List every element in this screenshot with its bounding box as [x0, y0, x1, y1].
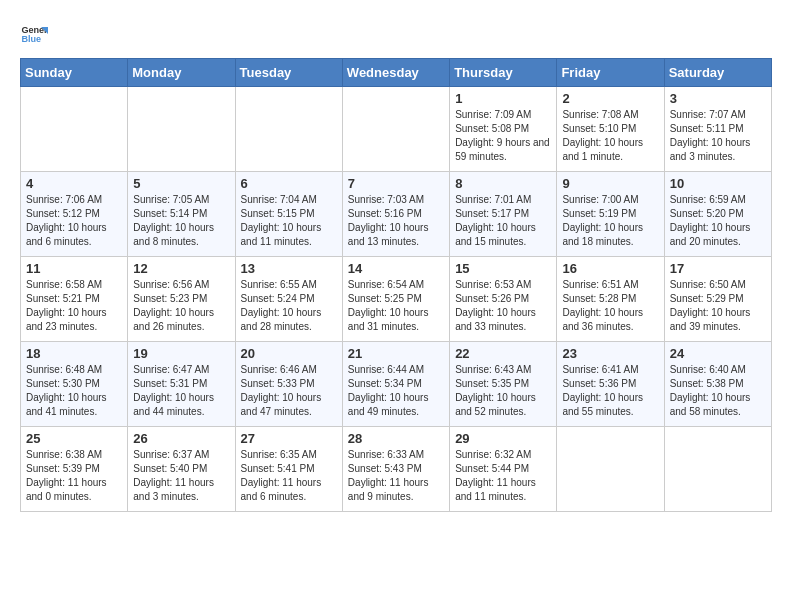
calendar-cell: 20Sunrise: 6:46 AMSunset: 5:33 PMDayligh…: [235, 342, 342, 427]
day-info: Sunrise: 6:47 AMSunset: 5:31 PMDaylight:…: [133, 363, 229, 419]
day-info: Sunrise: 7:04 AMSunset: 5:15 PMDaylight:…: [241, 193, 337, 249]
day-number: 18: [26, 346, 122, 361]
calendar-week-row: 1Sunrise: 7:09 AMSunset: 5:08 PMDaylight…: [21, 87, 772, 172]
calendar-week-row: 18Sunrise: 6:48 AMSunset: 5:30 PMDayligh…: [21, 342, 772, 427]
calendar-week-row: 25Sunrise: 6:38 AMSunset: 5:39 PMDayligh…: [21, 427, 772, 512]
day-number: 13: [241, 261, 337, 276]
day-info: Sunrise: 6:59 AMSunset: 5:20 PMDaylight:…: [670, 193, 766, 249]
calendar-cell: 15Sunrise: 6:53 AMSunset: 5:26 PMDayligh…: [450, 257, 557, 342]
svg-text:Blue: Blue: [21, 34, 41, 44]
day-info: Sunrise: 7:07 AMSunset: 5:11 PMDaylight:…: [670, 108, 766, 164]
day-info: Sunrise: 6:40 AMSunset: 5:38 PMDaylight:…: [670, 363, 766, 419]
calendar-cell: [664, 427, 771, 512]
calendar-cell: 8Sunrise: 7:01 AMSunset: 5:17 PMDaylight…: [450, 172, 557, 257]
calendar-cell: 12Sunrise: 6:56 AMSunset: 5:23 PMDayligh…: [128, 257, 235, 342]
weekday-header-friday: Friday: [557, 59, 664, 87]
calendar-cell: 9Sunrise: 7:00 AMSunset: 5:19 PMDaylight…: [557, 172, 664, 257]
calendar-cell: 29Sunrise: 6:32 AMSunset: 5:44 PMDayligh…: [450, 427, 557, 512]
day-info: Sunrise: 6:33 AMSunset: 5:43 PMDaylight:…: [348, 448, 444, 504]
day-number: 16: [562, 261, 658, 276]
day-info: Sunrise: 6:43 AMSunset: 5:35 PMDaylight:…: [455, 363, 551, 419]
day-number: 23: [562, 346, 658, 361]
day-number: 1: [455, 91, 551, 106]
day-info: Sunrise: 6:53 AMSunset: 5:26 PMDaylight:…: [455, 278, 551, 334]
calendar-cell: 24Sunrise: 6:40 AMSunset: 5:38 PMDayligh…: [664, 342, 771, 427]
day-number: 6: [241, 176, 337, 191]
calendar-cell: 22Sunrise: 6:43 AMSunset: 5:35 PMDayligh…: [450, 342, 557, 427]
calendar-cell: [128, 87, 235, 172]
calendar-cell: 10Sunrise: 6:59 AMSunset: 5:20 PMDayligh…: [664, 172, 771, 257]
calendar-cell: 17Sunrise: 6:50 AMSunset: 5:29 PMDayligh…: [664, 257, 771, 342]
day-info: Sunrise: 7:03 AMSunset: 5:16 PMDaylight:…: [348, 193, 444, 249]
day-number: 2: [562, 91, 658, 106]
calendar-week-row: 4Sunrise: 7:06 AMSunset: 5:12 PMDaylight…: [21, 172, 772, 257]
calendar-cell: [21, 87, 128, 172]
calendar-cell: 4Sunrise: 7:06 AMSunset: 5:12 PMDaylight…: [21, 172, 128, 257]
weekday-header-tuesday: Tuesday: [235, 59, 342, 87]
day-number: 27: [241, 431, 337, 446]
calendar-header-row: SundayMondayTuesdayWednesdayThursdayFrid…: [21, 59, 772, 87]
day-number: 5: [133, 176, 229, 191]
calendar-cell: 27Sunrise: 6:35 AMSunset: 5:41 PMDayligh…: [235, 427, 342, 512]
day-info: Sunrise: 6:50 AMSunset: 5:29 PMDaylight:…: [670, 278, 766, 334]
weekday-header-sunday: Sunday: [21, 59, 128, 87]
calendar-cell: 28Sunrise: 6:33 AMSunset: 5:43 PMDayligh…: [342, 427, 449, 512]
day-number: 19: [133, 346, 229, 361]
day-info: Sunrise: 6:54 AMSunset: 5:25 PMDaylight:…: [348, 278, 444, 334]
calendar-cell: 1Sunrise: 7:09 AMSunset: 5:08 PMDaylight…: [450, 87, 557, 172]
day-info: Sunrise: 6:35 AMSunset: 5:41 PMDaylight:…: [241, 448, 337, 504]
day-info: Sunrise: 7:08 AMSunset: 5:10 PMDaylight:…: [562, 108, 658, 164]
day-info: Sunrise: 7:09 AMSunset: 5:08 PMDaylight:…: [455, 108, 551, 164]
page-header: General Blue: [20, 20, 772, 48]
day-info: Sunrise: 6:55 AMSunset: 5:24 PMDaylight:…: [241, 278, 337, 334]
weekday-header-wednesday: Wednesday: [342, 59, 449, 87]
day-number: 22: [455, 346, 551, 361]
calendar-cell: 16Sunrise: 6:51 AMSunset: 5:28 PMDayligh…: [557, 257, 664, 342]
day-number: 17: [670, 261, 766, 276]
calendar-cell: 11Sunrise: 6:58 AMSunset: 5:21 PMDayligh…: [21, 257, 128, 342]
day-number: 9: [562, 176, 658, 191]
day-info: Sunrise: 6:58 AMSunset: 5:21 PMDaylight:…: [26, 278, 122, 334]
calendar-cell: 18Sunrise: 6:48 AMSunset: 5:30 PMDayligh…: [21, 342, 128, 427]
calendar-cell: 26Sunrise: 6:37 AMSunset: 5:40 PMDayligh…: [128, 427, 235, 512]
day-info: Sunrise: 7:01 AMSunset: 5:17 PMDaylight:…: [455, 193, 551, 249]
day-info: Sunrise: 6:48 AMSunset: 5:30 PMDaylight:…: [26, 363, 122, 419]
day-number: 10: [670, 176, 766, 191]
weekday-header-monday: Monday: [128, 59, 235, 87]
day-info: Sunrise: 6:44 AMSunset: 5:34 PMDaylight:…: [348, 363, 444, 419]
day-info: Sunrise: 6:51 AMSunset: 5:28 PMDaylight:…: [562, 278, 658, 334]
day-info: Sunrise: 6:41 AMSunset: 5:36 PMDaylight:…: [562, 363, 658, 419]
day-info: Sunrise: 7:06 AMSunset: 5:12 PMDaylight:…: [26, 193, 122, 249]
day-number: 3: [670, 91, 766, 106]
calendar-cell: 5Sunrise: 7:05 AMSunset: 5:14 PMDaylight…: [128, 172, 235, 257]
day-number: 7: [348, 176, 444, 191]
logo-icon: General Blue: [20, 20, 48, 48]
calendar-cell: 13Sunrise: 6:55 AMSunset: 5:24 PMDayligh…: [235, 257, 342, 342]
day-number: 29: [455, 431, 551, 446]
calendar-cell: 2Sunrise: 7:08 AMSunset: 5:10 PMDaylight…: [557, 87, 664, 172]
calendar-cell: 6Sunrise: 7:04 AMSunset: 5:15 PMDaylight…: [235, 172, 342, 257]
calendar-cell: 21Sunrise: 6:44 AMSunset: 5:34 PMDayligh…: [342, 342, 449, 427]
logo: General Blue: [20, 20, 52, 48]
day-info: Sunrise: 7:05 AMSunset: 5:14 PMDaylight:…: [133, 193, 229, 249]
day-number: 11: [26, 261, 122, 276]
weekday-header-thursday: Thursday: [450, 59, 557, 87]
calendar-cell: 23Sunrise: 6:41 AMSunset: 5:36 PMDayligh…: [557, 342, 664, 427]
calendar-cell: [342, 87, 449, 172]
calendar-cell: 7Sunrise: 7:03 AMSunset: 5:16 PMDaylight…: [342, 172, 449, 257]
calendar-cell: [235, 87, 342, 172]
day-info: Sunrise: 6:37 AMSunset: 5:40 PMDaylight:…: [133, 448, 229, 504]
day-number: 14: [348, 261, 444, 276]
calendar-cell: 19Sunrise: 6:47 AMSunset: 5:31 PMDayligh…: [128, 342, 235, 427]
day-info: Sunrise: 6:32 AMSunset: 5:44 PMDaylight:…: [455, 448, 551, 504]
calendar-cell: 25Sunrise: 6:38 AMSunset: 5:39 PMDayligh…: [21, 427, 128, 512]
day-info: Sunrise: 6:38 AMSunset: 5:39 PMDaylight:…: [26, 448, 122, 504]
day-info: Sunrise: 6:56 AMSunset: 5:23 PMDaylight:…: [133, 278, 229, 334]
day-number: 12: [133, 261, 229, 276]
calendar-table: SundayMondayTuesdayWednesdayThursdayFrid…: [20, 58, 772, 512]
day-number: 28: [348, 431, 444, 446]
day-number: 8: [455, 176, 551, 191]
calendar-cell: 14Sunrise: 6:54 AMSunset: 5:25 PMDayligh…: [342, 257, 449, 342]
day-number: 25: [26, 431, 122, 446]
day-number: 15: [455, 261, 551, 276]
